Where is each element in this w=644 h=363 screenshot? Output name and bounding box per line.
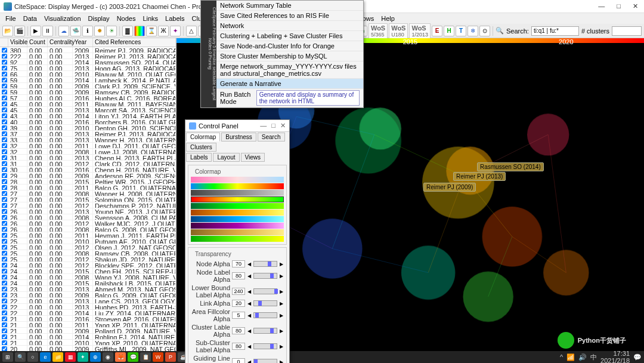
table-row[interactable]: 240.000.002012Blockley SPE, 2012, QUATER… bbox=[0, 262, 176, 268]
table-row[interactable]: 590.000.002014Lambeck K, 2014, P NATL AC… bbox=[0, 77, 176, 83]
row-visible-checkbox[interactable] bbox=[2, 143, 7, 149]
node-label[interactable]: Reimer PJ (2009) bbox=[423, 183, 476, 192]
row-visible-checkbox[interactable] bbox=[2, 155, 7, 161]
table-row[interactable]: 370.000.002013Reimer PJ, 2013, RADIOCARB… bbox=[0, 131, 176, 137]
row-visible-checkbox[interactable] bbox=[2, 215, 7, 220]
tool-pipette-icon[interactable]: ℹ bbox=[82, 26, 93, 36]
tool-tri-icon[interactable]: △ bbox=[186, 26, 197, 36]
panel-close-icon[interactable]: ✕ bbox=[280, 122, 286, 130]
tool-sun-icon[interactable]: ☀ bbox=[106, 26, 117, 36]
tool-star-icon[interactable]: ✸ bbox=[94, 26, 105, 36]
table-row[interactable]: 210.000.002014Rohling EJ, 2014, NATURE, … bbox=[0, 334, 176, 340]
table-row[interactable]: 260.000.002013Young NE, 2013, J QUATERNA… bbox=[0, 208, 176, 214]
tool-pants-icon[interactable]: Ж bbox=[158, 26, 169, 36]
table-row[interactable]: 250.000.002012Shakun JD, 2012, NATURE, V… bbox=[0, 256, 176, 262]
row-visible-checkbox[interactable] bbox=[2, 245, 7, 250]
clusters-input[interactable] bbox=[612, 26, 642, 36]
menu-visualization[interactable]: Visualization bbox=[41, 14, 84, 23]
slider-guiding-line-alpha[interactable]: Guiding Line Alpha0◀▶ bbox=[191, 355, 284, 363]
row-visible-checkbox[interactable] bbox=[2, 233, 7, 238]
row-visible-checkbox[interactable] bbox=[2, 78, 7, 83]
slider-node-alpha[interactable]: Node Alpha70◀▶ bbox=[191, 260, 284, 267]
clock-time[interactable]: 17:31 bbox=[600, 350, 630, 357]
table-row[interactable]: 250.000.002010Putnam AE, 2010, QUAT GEOC… bbox=[0, 238, 176, 244]
row-visible-checkbox[interactable] bbox=[2, 113, 7, 119]
wos-tag[interactable]: WoS5/365 bbox=[369, 23, 388, 39]
app2-icon[interactable]: ✦ bbox=[78, 352, 88, 362]
search-input[interactable] bbox=[531, 26, 579, 36]
row-visible-checkbox[interactable] bbox=[2, 90, 7, 95]
menu-links[interactable]: Links bbox=[140, 14, 161, 23]
table-row[interactable]: 250.000.002012Olsen J, 2012, NAT GEOSCI,… bbox=[0, 244, 176, 250]
row-visible-checkbox[interactable] bbox=[2, 251, 7, 256]
tab-colormap[interactable]: Colormap bbox=[186, 133, 220, 141]
cortana-icon[interactable]: ○ bbox=[27, 352, 38, 362]
table-row[interactable]: 270.000.002015Solomina ON, 2015, QUATERN… bbox=[0, 196, 176, 202]
table-row[interactable]: 210.000.002016Stroeven AP, 2016, QUATERN… bbox=[0, 316, 176, 322]
edge-icon[interactable]: e bbox=[40, 352, 51, 362]
table-row[interactable]: 250.000.002011Heyman J, 2011, EARTH PLAN… bbox=[0, 232, 176, 238]
table-row[interactable]: 220.000.002014Liu ZY, 2014, QUATERNARY S… bbox=[0, 310, 176, 316]
row-visible-checkbox[interactable] bbox=[2, 185, 7, 190]
colormap-swatches[interactable] bbox=[191, 177, 284, 242]
export-item[interactable]: Clustering + Labeling + Save Cluster Fil… bbox=[201, 31, 363, 41]
menu-labels[interactable]: Labels bbox=[162, 14, 187, 23]
table-row[interactable]: 750.000.002013Hogg AG, 2013, RADIOCARB.. bbox=[0, 65, 176, 71]
export-item[interactable]: Save Cited References to an RIS File bbox=[201, 11, 363, 21]
tool-hourglass-icon[interactable]: ⌛ bbox=[146, 26, 157, 36]
table-row[interactable]: 230.000.002013Ahmed M, 2013, NAT GEOSCI,… bbox=[0, 286, 176, 292]
table-row[interactable]: 450.000.002011Blaauw M, 2011, BAYESIAN A… bbox=[0, 101, 176, 107]
table-row[interactable]: 240.000.002008Wang YJ, 2008, NATURE, V45… bbox=[0, 274, 176, 280]
slider-sub-cluster-label-alpha[interactable]: Sub-Cluster Label Alpha80◀▶ bbox=[191, 339, 284, 353]
table-row[interactable]: 3800.000.002009Reimer PJ, 2009, RADIOCAR… bbox=[0, 47, 176, 53]
tray-vol-icon[interactable]: 🔊 bbox=[578, 353, 587, 361]
table-row[interactable]: 590.000.002009Ramsey CB, 2009, RADIOCARB… bbox=[0, 89, 176, 95]
export-item[interactable]: Store Cluster Membership to MySQL bbox=[201, 51, 363, 61]
tool-rainbow-icon[interactable]: ▓ bbox=[122, 26, 133, 36]
row-visible-checkbox[interactable] bbox=[2, 48, 7, 53]
col-count[interactable]: Count bbox=[27, 38, 48, 47]
row-visible-checkbox[interactable] bbox=[2, 191, 7, 196]
table-row[interactable]: 260.000.002012Walker MJC, 2012, J QUATER… bbox=[0, 220, 176, 226]
table-row[interactable]: 570.000.002016Hughes ALC, 2016, BOREAS, … bbox=[0, 95, 176, 101]
export-item[interactable]: Save Node-and-Cluster Info for Orange bbox=[201, 41, 363, 51]
tab-search[interactable]: Search bbox=[258, 133, 285, 141]
table-row[interactable]: 920.000.002014Rasmussen SO, 2014, QUATE.… bbox=[0, 59, 176, 65]
app1-icon[interactable]: ▦ bbox=[65, 352, 76, 362]
node-label[interactable]: Rasmussen SO (2014) bbox=[477, 162, 544, 171]
row-visible-checkbox[interactable] bbox=[2, 346, 7, 351]
menu-data[interactable]: Data bbox=[20, 14, 40, 23]
tool-dot-icon[interactable]: ⊙ bbox=[479, 26, 490, 36]
row-visible-checkbox[interactable] bbox=[2, 340, 7, 346]
slider-link-alpha[interactable]: Link Alpha20◀▶ bbox=[191, 300, 284, 307]
export-item[interactable]: Run Batch ModeGenerate and display a sum… bbox=[201, 89, 363, 107]
row-visible-checkbox[interactable] bbox=[2, 316, 7, 322]
tool-cloud-icon[interactable]: ☁ bbox=[58, 26, 69, 36]
row-visible-checkbox[interactable] bbox=[2, 107, 7, 113]
table-row[interactable]: 200.000.002009Griffiths ML, 2009, NAT GE… bbox=[0, 346, 176, 351]
row-visible-checkbox[interactable] bbox=[2, 101, 7, 107]
clock-date[interactable]: 2021/2/18 bbox=[600, 357, 630, 363]
tab-labels[interactable]: Labels bbox=[186, 153, 212, 162]
row-visible-checkbox[interactable] bbox=[2, 257, 7, 262]
row-visible-checkbox[interactable] bbox=[2, 334, 7, 340]
row-visible-checkbox[interactable] bbox=[2, 161, 7, 167]
row-visible-checkbox[interactable] bbox=[2, 299, 7, 304]
slider-node-label-alpha[interactable]: Node Label Alpha80◀▶ bbox=[191, 269, 284, 283]
export-item[interactable]: Generate a Narrative bbox=[201, 79, 363, 89]
table-row[interactable]: 260.000.002008Svensson A, 2008, CLIM PAS… bbox=[0, 214, 176, 220]
app3-icon[interactable]: ⊕ bbox=[90, 352, 101, 362]
tool-ufo-icon[interactable]: 🛸 bbox=[70, 26, 81, 36]
row-visible-checkbox[interactable] bbox=[2, 227, 7, 232]
table-row[interactable]: 250.000.002008Ramsey CB, 2008, QUATERNA.… bbox=[0, 250, 176, 256]
row-visible-checkbox[interactable] bbox=[2, 328, 7, 334]
col-centrality[interactable]: Centrality bbox=[48, 38, 73, 47]
start-icon[interactable]: ⊞ bbox=[2, 352, 13, 362]
row-visible-checkbox[interactable] bbox=[2, 239, 7, 244]
row-visible-checkbox[interactable] bbox=[2, 60, 7, 65]
row-visible-checkbox[interactable] bbox=[2, 281, 7, 286]
table-row[interactable]: 660.000.002010Blaauw M, 2010, QUAT GEOCH… bbox=[0, 71, 176, 77]
tool-letter-E[interactable]: E bbox=[432, 26, 442, 36]
row-visible-checkbox[interactable] bbox=[2, 66, 7, 71]
table-row[interactable]: 590.000.002009Clark PJ, 2009, SCIENCE, V… bbox=[0, 83, 176, 89]
